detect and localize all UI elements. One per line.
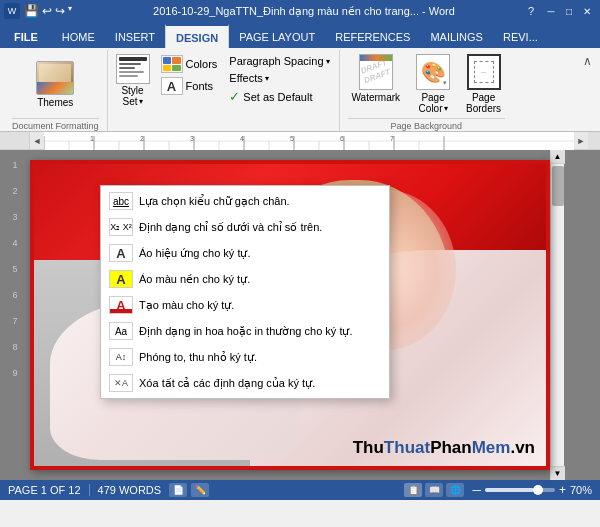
save-icon[interactable]: 💾 (24, 4, 39, 18)
status-icon-2: ✏️ (191, 483, 209, 497)
page-count: PAGE 1 OF 12 (8, 484, 81, 496)
tab-insert[interactable]: INSERT (105, 24, 165, 48)
paragraph-spacing-arrow: ▾ (326, 57, 330, 66)
menu-item-case-text: Định dạng in hoa hoặc in thường cho ký t… (139, 325, 353, 338)
vertical-scrollbar[interactable]: ▲ ▼ (550, 150, 564, 480)
font-color-icon: A (109, 296, 133, 314)
minimize-button[interactable]: ─ (542, 3, 560, 19)
page-color-label: Page (421, 92, 444, 103)
ruler-arrow-right[interactable]: ► (574, 132, 588, 149)
subscript-icon: X₂ X² (109, 218, 133, 236)
effects-arrow: ▾ (265, 74, 269, 83)
zoom-level[interactable]: 70% (570, 484, 592, 496)
page-background-label: Page Background (348, 118, 506, 131)
style-set-button[interactable]: Style Set ▾ (114, 52, 152, 109)
svg-text:6: 6 (340, 135, 344, 142)
themes-button[interactable]: Themes (32, 52, 78, 116)
title-bar-title: 2016-10-29_NgaTTN_Đinh dạng màu nền cho … (80, 5, 528, 18)
style-set-label: Style (121, 85, 143, 96)
page-background-group: DRAFTDRAFT Watermark 🎨 ▾ Page Color ▾ ─ (340, 50, 514, 131)
tab-mailings[interactable]: MAILINGS (420, 24, 493, 48)
page-borders-label: Page (472, 92, 495, 103)
tab-file[interactable]: FILE (0, 24, 52, 48)
scale-icon: A↕ (109, 348, 133, 366)
menu-item-subscript-text: Định dạng chỉ số dưới và chỉ số trên. (139, 221, 322, 234)
quick-access-dropdown[interactable]: ▾ (68, 4, 72, 18)
help-button[interactable]: ? (528, 5, 534, 17)
themes-group: Themes Document Formatting (4, 50, 108, 131)
check-icon: ✓ (229, 89, 240, 104)
menu-item-font-color[interactable]: A Tạo màu cho ký tự. (101, 292, 389, 318)
tab-design[interactable]: DESIGN (165, 24, 229, 48)
redo-icon[interactable]: ↪ (55, 4, 65, 18)
menu-item-clear-text: Xóa tất cả các định dạng của ký tự. (139, 377, 315, 390)
colors-label: Colors (186, 58, 218, 70)
zoom-out-button[interactable]: ─ (472, 483, 481, 497)
ruler-arrow-left[interactable]: ◄ (30, 132, 44, 149)
clear-icon: ✕A (109, 374, 133, 392)
app-icon: W (4, 3, 20, 19)
tab-references[interactable]: REFERENCES (325, 24, 420, 48)
web-view[interactable]: 🌐 (446, 483, 464, 497)
maximize-button[interactable]: □ (560, 3, 578, 19)
menu-item-underline[interactable]: abc Lựa chọn kiểu chữ gạch chân. (101, 188, 389, 214)
ruler-right-margin (588, 132, 600, 149)
menu-item-scale[interactable]: A↕ Phóng to, thu nhỏ ký tự. (101, 344, 389, 370)
watermark-button[interactable]: DRAFTDRAFT Watermark (348, 52, 405, 105)
zoom-in-button[interactable]: + (559, 483, 566, 497)
menu-item-subscript[interactable]: X₂ X² Định dạng chỉ số dưới và chỉ số tr… (101, 214, 389, 240)
svg-text:2: 2 (140, 135, 144, 142)
svg-text:1: 1 (90, 135, 94, 142)
menu-item-effects[interactable]: A Áo hiệu ứng cho ký tự. (101, 240, 389, 266)
svg-text:4: 4 (240, 135, 244, 142)
close-button[interactable]: ✕ (578, 3, 596, 19)
svg-text:5: 5 (290, 135, 294, 142)
menu-item-highlight[interactable]: A Áo màu nền cho ký tự. (101, 266, 389, 292)
page-borders-button[interactable]: ─ Page Borders (462, 52, 505, 116)
highlight-icon: A (109, 270, 133, 288)
page-color-button[interactable]: 🎨 ▾ Page Color ▾ (412, 52, 454, 116)
watermark-label: Watermark (352, 92, 401, 103)
colors-button[interactable]: Colors (158, 54, 221, 74)
svg-text:7: 7 (390, 135, 394, 142)
scroll-up-button[interactable]: ▲ (551, 150, 565, 164)
paragraph-spacing-button[interactable]: Paragraph Spacing ▾ (226, 54, 332, 68)
doc-format-label: Document Formatting (12, 118, 99, 131)
page: abc Lựa chọn kiểu chữ gạch chân. X₂ X² Đ… (30, 160, 550, 470)
scroll-down-button[interactable]: ▼ (551, 466, 565, 480)
menu-item-font-color-text: Tạo màu cho ký tự. (139, 299, 234, 312)
effects-button[interactable]: Effects ▾ (226, 71, 332, 85)
print-layout-view[interactable]: 📋 (404, 483, 422, 497)
set-default-label: Set as Default (243, 91, 312, 103)
undo-icon[interactable]: ↩ (42, 4, 52, 18)
watermark-text: Thu Thuat Phan Mem .vn (353, 438, 535, 458)
status-bar: PAGE 1 OF 12 479 WORDS 📄 ✏️ 📋 📖 🌐 ─ + 70… (0, 480, 600, 500)
menu-item-clear[interactable]: ✕A Xóa tất cả các định dạng của ký tự. (101, 370, 389, 396)
ruler-main: 1 2 3 4 5 6 7 (44, 132, 574, 150)
case-icon: Aa (109, 322, 133, 340)
word-count: 479 WORDS (98, 484, 162, 496)
paragraph-spacing-label: Paragraph Spacing (229, 55, 323, 67)
ruler-left-margin (0, 132, 30, 149)
ribbon-collapse[interactable]: ∧ (579, 50, 596, 72)
tab-page-layout[interactable]: PAGE LAYOUT (229, 24, 325, 48)
set-default-button[interactable]: ✓ Set as Default (226, 88, 332, 105)
text-effects-icon: A (109, 244, 133, 262)
fonts-button[interactable]: A Fonts (158, 76, 221, 96)
scroll-thumb[interactable] (552, 166, 564, 206)
menu-item-highlight-text: Áo màu nền cho ký tự. (139, 273, 250, 286)
menu-item-underline-text: Lựa chọn kiểu chữ gạch chân. (139, 195, 290, 208)
menu-item-scale-text: Phóng to, thu nhỏ ký tự. (139, 351, 257, 364)
tab-home[interactable]: HOME (52, 24, 105, 48)
zoom-controls: ─ + 70% (472, 483, 592, 497)
menu-item-effects-text: Áo hiệu ứng cho ký tự. (139, 247, 251, 260)
tab-review[interactable]: REVI... (493, 24, 548, 48)
status-icon-1: 📄 (169, 483, 187, 497)
themes-label: Themes (37, 97, 73, 108)
context-menu: abc Lựa chọn kiểu chữ gạch chân. X₂ X² Đ… (100, 185, 390, 399)
zoom-slider-thumb[interactable] (533, 485, 543, 495)
read-mode-view[interactable]: 📖 (425, 483, 443, 497)
zoom-slider-track[interactable] (485, 488, 555, 492)
menu-item-case[interactable]: Aa Định dạng in hoa hoặc in thường cho k… (101, 318, 389, 344)
quick-access-toolbar: 💾 ↩ ↪ ▾ (24, 4, 72, 18)
